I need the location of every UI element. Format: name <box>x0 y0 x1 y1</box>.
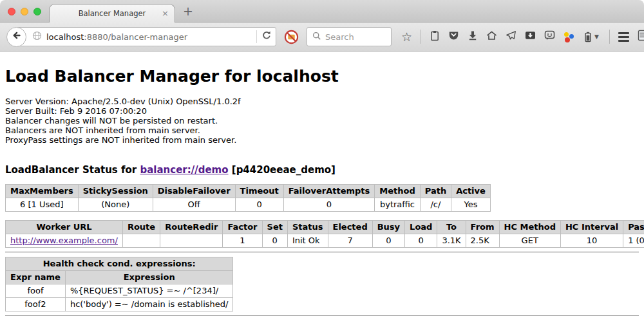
status-heading: LoadBalancer Status for balancer://demo … <box>5 164 639 176</box>
table-caption: Health check cond. expressions: <box>6 257 233 271</box>
column-header: Load <box>405 221 437 234</box>
column-header: Busy <box>372 221 404 234</box>
table-cell: %{REQUEST_STATUS} =~ /^[234]/ <box>65 284 233 298</box>
hamburger-menu-icon[interactable] <box>618 32 629 42</box>
search-placeholder: Search <box>325 32 354 42</box>
page-title: Load Balancer Manager for localhost <box>5 67 639 86</box>
table-cell: /c/ <box>420 198 451 212</box>
column-header: Set <box>262 221 287 234</box>
new-tab-button[interactable]: + <box>183 4 193 18</box>
colored-dots-addon-icon[interactable] <box>564 32 574 42</box>
search-icon <box>312 31 321 43</box>
page-content: Load Balancer Manager for localhost Serv… <box>0 51 644 315</box>
video-download-helper-icon[interactable] <box>525 30 536 43</box>
table-cell: Off <box>153 198 235 212</box>
toolbar-icons: ☆ <box>401 30 599 44</box>
column-header: Expr name <box>6 271 66 284</box>
column-header: Method <box>375 185 420 198</box>
column-header: Expression <box>65 271 233 284</box>
flash-block-icon[interactable] <box>284 30 299 44</box>
table-cell: 0 <box>262 234 287 248</box>
column-header: From <box>466 221 499 234</box>
column-header: DisableFailover <box>153 185 235 198</box>
close-window-button[interactable] <box>8 8 15 15</box>
table-cell <box>160 234 223 248</box>
tab-balancer-manager[interactable]: Balancer Manager × <box>49 4 175 23</box>
search-input[interactable]: Search <box>307 27 392 46</box>
fullscreen-window-button[interactable] <box>33 8 41 15</box>
tab-bar: Balancer Manager × + <box>0 0 644 23</box>
table-row: http://www.example.com/10Init Ok7003.1K2… <box>6 234 644 248</box>
navigation-toolbar: localhost:8880/balancer-manager Search ☆ <box>0 23 644 51</box>
tab-close-icon[interactable]: × <box>162 8 169 18</box>
column-header: Passes <box>623 221 644 234</box>
health-check-table: Health check cond. expressions:Expr name… <box>5 257 233 311</box>
table-cell: foof2 <box>6 298 66 311</box>
column-header: Factor <box>223 221 262 234</box>
table-cell: 0 <box>372 234 404 248</box>
column-header: HC Interval <box>560 221 623 234</box>
table-cell: foof <box>6 284 66 298</box>
table-cell: Yes <box>451 198 491 212</box>
column-header: Active <box>451 185 491 198</box>
server-info: Server Version: Apache/2.5.0-dev (Unix) … <box>5 97 639 145</box>
section-divider <box>5 252 639 253</box>
table-cell: 1 (0) <box>623 234 644 248</box>
url-host: localhost <box>46 32 84 42</box>
table-cell: (None) <box>78 198 153 212</box>
balancer-link[interactable]: balancer://demo <box>140 164 228 176</box>
table-cell: 6 [1 Used] <box>6 198 79 212</box>
battery-addon-icon[interactable]: ▼ <box>583 32 599 42</box>
downloads-icon[interactable] <box>468 30 478 43</box>
table-row: 6 [1 Used](None)Off00bytraffic/c/Yes <box>6 198 491 212</box>
url-input[interactable]: localhost:8880/balancer-manager <box>16 27 276 46</box>
reload-icon[interactable] <box>261 30 272 43</box>
status-heading-suffix: [p4420eeae_demo] <box>232 164 336 176</box>
tab-title: Balancer Manager <box>79 9 146 18</box>
balancer-params-table: MaxMembersStickySessionDisableFailoverTi… <box>5 184 491 212</box>
grid-notes-icon[interactable] <box>638 30 644 44</box>
back-button[interactable] <box>6 27 26 47</box>
inherit-notice-line: Balancers are NOT inherited from main se… <box>5 125 639 135</box>
column-header: Elected <box>328 221 372 234</box>
column-header: MaxMembers <box>6 185 79 198</box>
send-plane-icon[interactable] <box>506 30 516 43</box>
table-cell: hc('body') =~ /domain is established/ <box>65 298 233 311</box>
table-cell: 0 <box>283 198 375 212</box>
globe-icon <box>32 31 42 43</box>
toolbar-separator <box>421 30 421 44</box>
column-header: Status <box>287 221 328 234</box>
table-cell: 3.1K <box>437 234 466 248</box>
worker-table: Worker URLRouteRouteRedirFactorSetStatus… <box>5 220 644 248</box>
worker-url-link[interactable]: http://www.example.com/ <box>10 236 118 245</box>
browser-window: Balancer Manager × + localhost:8880/bala… <box>0 0 644 316</box>
pocket-icon[interactable] <box>448 30 459 43</box>
url-path: :8880/balancer-manager <box>84 32 187 42</box>
table-cell: bytraffic <box>375 198 420 212</box>
smiley-bubble-icon[interactable] <box>544 30 555 43</box>
bookmark-star-icon[interactable]: ☆ <box>401 31 412 43</box>
clipboard-icon[interactable] <box>430 30 440 44</box>
minimize-window-button[interactable] <box>21 8 28 15</box>
column-header: StickySession <box>78 185 153 198</box>
column-header: HC Method <box>499 221 560 234</box>
table-row: foof2hc('body') =~ /domain is establishe… <box>6 298 233 311</box>
server-built-line: Server Built: Feb 9 2016 07:00:20 <box>5 106 639 116</box>
url-text: localhost:8880/balancer-manager <box>46 32 252 42</box>
column-header: RouteRedir <box>160 221 223 234</box>
proxypass-notice-line: ProxyPass settings are NOT inherited fro… <box>5 135 639 145</box>
status-heading-prefix: LoadBalancer Status for <box>5 164 137 176</box>
column-header: Timeout <box>235 185 283 198</box>
table-cell: 10 <box>560 234 623 248</box>
table-row: foof%{REQUEST_STATUS} =~ /^[234]/ <box>6 284 233 298</box>
persist-notice-line: Balancer changes will NOT be persisted o… <box>5 116 639 125</box>
table-cell: 1 <box>223 234 262 248</box>
table-cell: 0 <box>405 234 437 248</box>
column-header: FailoverAttempts <box>283 185 375 198</box>
home-icon[interactable] <box>486 30 497 43</box>
column-header: Route <box>122 221 160 234</box>
table-cell: 0 <box>235 198 283 212</box>
chevron-down-icon[interactable]: ▼ <box>594 33 599 40</box>
column-header: Path <box>420 185 451 198</box>
server-version-line: Server Version: Apache/2.5.0-dev (Unix) … <box>5 97 639 106</box>
